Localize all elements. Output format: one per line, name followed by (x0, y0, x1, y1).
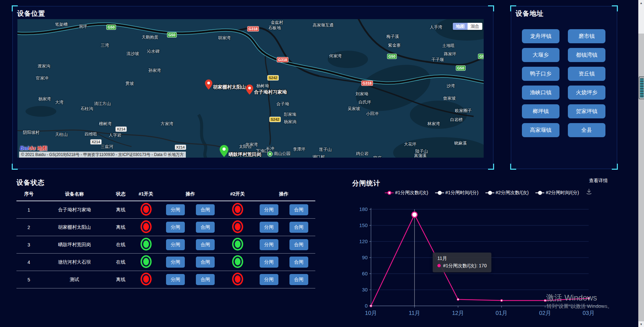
row-index: 2 (16, 225, 41, 230)
open-switch-button[interactable]: 分闸 (260, 222, 278, 233)
page-scrollbar[interactable]: ▲ ▼ (638, 0, 644, 327)
table-row: 1合子坳村习家坳离线分闸合闸分闸合闸 (16, 201, 315, 219)
download-icon[interactable] (585, 188, 593, 197)
map-place-label: 沁水碑 (147, 49, 160, 54)
map-pin-icon[interactable] (220, 145, 228, 158)
map-place-label: 檀树湾 (99, 121, 112, 127)
address-button-11[interactable]: 全县 (568, 123, 605, 137)
open-switch-button[interactable]: 分闸 (260, 204, 278, 215)
address-button-0[interactable]: 龙舟坪镇 (522, 29, 559, 43)
map-place-label: 高家堰互通 (313, 22, 334, 28)
switch-indicator (141, 255, 152, 268)
svg-text:150: 150 (359, 222, 368, 228)
close-switch-button[interactable]: 合闸 (289, 222, 308, 233)
address-button-5[interactable]: 资丘镇 (568, 67, 605, 81)
map-type-control[interactable]: 地图 混合 (453, 23, 482, 30)
address-button-9[interactable]: 贺家坪镇 (568, 104, 605, 118)
open-switch-button[interactable]: 分闸 (166, 204, 185, 215)
map-place-label: 湖口村 (312, 154, 325, 158)
scroll-up-arrow[interactable]: ▲ (638, 1, 644, 5)
baidu-logo: Baidu 地图 (20, 145, 47, 152)
close-switch-button[interactable]: 合闸 (196, 239, 215, 250)
map-pin-label: 胡家棚村太阳山 (213, 84, 246, 90)
address-button-6[interactable]: 渔峡口镇 (522, 86, 559, 100)
device-name: 胡家棚村太阳山 (41, 224, 108, 230)
open-switch-button[interactable]: 分闸 (260, 274, 278, 285)
svg-text:0: 0 (365, 303, 368, 309)
legend-item-0[interactable]: #1分闸次数/(次) (385, 190, 428, 196)
close-switch-button[interactable]: 合闸 (289, 204, 308, 215)
switch-indicator (141, 203, 152, 216)
map-place-label: 杨家湾 (38, 96, 51, 102)
svg-text:11月: 11月 (409, 310, 420, 316)
open-switch-button[interactable]: 分闸 (260, 257, 278, 268)
map-type-map-button[interactable]: 地图 (453, 23, 468, 30)
open-switch-button[interactable]: 分闸 (166, 222, 185, 233)
close-switch-button[interactable]: 合闸 (289, 257, 308, 268)
windows-watermark-line2: 转到"设置"以激活 Windows。 (547, 303, 612, 310)
baidu-map[interactable]: 笔架槽洞坪天鹅抱蛋胡家湾高家堰互通梅子溪紫金寨金盆村石板地三湾流沙坡沁水碑孙家湾… (17, 19, 484, 158)
device-status-section: 设备状态 序号设备名称状态#1开关操作#2开关操作 1合子坳村习家坳离线分闸合闸… (16, 178, 318, 288)
corner-decoration (488, 5, 494, 11)
tooltip-entry: #1分闸次数/(次): 170 (443, 263, 487, 268)
switch-indicator (232, 273, 243, 285)
address-button-3[interactable]: 都镇湾镇 (568, 48, 605, 62)
address-button-10[interactable]: 高家堰镇 (522, 123, 559, 137)
legend-item-3[interactable]: #2分闸时间/(分) (535, 190, 579, 196)
device-status: 离线 (108, 224, 134, 230)
map-place-label: 菖蒲溪 (414, 153, 427, 158)
corner-decoration (488, 164, 494, 170)
open-switch-button[interactable]: 分闸 (166, 239, 185, 250)
map-place-label: 龙家湾 (245, 142, 258, 148)
map-type-hybrid-button[interactable]: 混合 (468, 23, 482, 30)
scrollbar-thumb[interactable] (638, 0, 644, 34)
map-place-label: 四维咀 (85, 131, 97, 137)
switch-indicator (141, 238, 152, 251)
legend-item-2[interactable]: #2分闸次数/(次) (485, 190, 529, 196)
table-row: 3晒鼓坪村荒田岗在线分闸合闸分闸合闸 (16, 236, 315, 254)
close-switch-button[interactable]: 合闸 (196, 204, 215, 215)
legend-marker-icon (535, 191, 544, 195)
map-pin-icon[interactable] (246, 85, 253, 96)
address-button-grid: 龙舟坪镇磨市镇大堰乡都镇湾镇鸭子口乡资丘镇渔峡口镇火烧坪乡榔坪镇贺家坪镇高家堰镇… (522, 29, 605, 137)
device-status-title: 设备状态 (16, 178, 318, 187)
view-details-link[interactable]: 查看详情 (589, 178, 608, 184)
scroll-down-arrow[interactable]: ▼ (638, 323, 644, 326)
close-switch-button[interactable]: 合闸 (196, 222, 215, 233)
map-place-label: 林家湾 (427, 121, 440, 127)
map-place-label: 官庄 (373, 155, 382, 158)
switch-indicator (232, 255, 243, 268)
open-switch-button[interactable]: 分闸 (260, 239, 278, 250)
tooltip-title: 11月 (437, 255, 487, 262)
map-place-label: 紫金寨 (388, 43, 401, 48)
map-place-label: 土地咀 (442, 43, 455, 49)
svg-text:03月: 03月 (583, 310, 595, 316)
open-switch-button[interactable]: 分闸 (166, 274, 185, 285)
map-place-label: 渡家沟 (38, 63, 50, 69)
row-index: 4 (16, 260, 41, 265)
legend-item-1[interactable]: #1分闸时间/(分) (435, 190, 479, 196)
legend-marker-icon (385, 191, 394, 195)
chart-tooltip: 11月 #1分闸次数/(次): 170 (433, 253, 491, 272)
table-row: 4塘坊河村大石坝在线分闸合闸分闸合闸 (16, 254, 315, 271)
map-place-label: 莲子山 (319, 147, 332, 153)
address-button-2[interactable]: 大堰乡 (522, 48, 559, 62)
address-button-7[interactable]: 火烧坪乡 (568, 86, 605, 100)
address-button-8[interactable]: 榔坪镇 (522, 104, 559, 118)
row-index: 1 (16, 207, 41, 213)
road-shield: G318 (247, 26, 259, 32)
address-button-1[interactable]: 磨市镇 (568, 29, 605, 43)
close-switch-button[interactable]: 合闸 (289, 274, 308, 285)
scroll-indicator-widget[interactable] (639, 76, 644, 99)
close-switch-button[interactable]: 合闸 (196, 257, 215, 268)
map-pin-icon[interactable] (205, 79, 212, 91)
road-shield: S242 (269, 117, 281, 122)
svg-text:60: 60 (362, 271, 368, 276)
open-switch-button[interactable]: 分闸 (166, 257, 185, 268)
svg-text:90: 90 (362, 255, 368, 260)
device-status: 离线 (108, 277, 134, 283)
table-header-cell: 操作 (252, 191, 315, 197)
close-switch-button[interactable]: 合闸 (196, 274, 215, 285)
close-switch-button[interactable]: 合闸 (289, 239, 308, 250)
address-button-4[interactable]: 鸭子口乡 (522, 67, 559, 81)
